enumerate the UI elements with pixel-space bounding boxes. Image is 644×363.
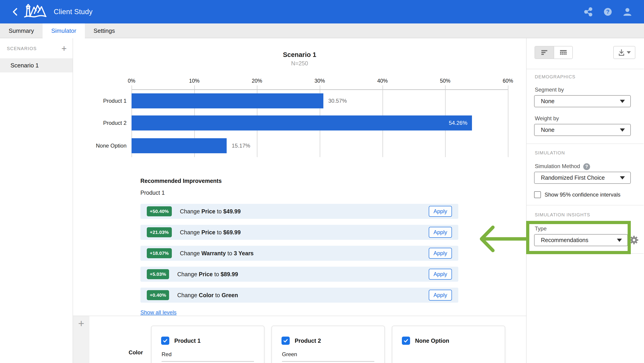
method-help-icon[interactable]: ?: [583, 163, 590, 170]
show-all-levels-link[interactable]: Show all levels: [140, 309, 176, 316]
scenarios-section-label: SCENARIOS: [7, 46, 37, 51]
help-icon: ?: [602, 7, 613, 17]
chart-view-button[interactable]: [535, 47, 554, 59]
back-button[interactable]: [10, 7, 20, 17]
tab-settings[interactable]: Settings: [85, 24, 124, 38]
tab-bar: Summary Simulator Settings: [0, 24, 644, 38]
simulation-insights-header: SIMULATION INSIGHTS: [535, 212, 590, 217]
panel-divider: [526, 253, 644, 254]
check-icon: [162, 338, 168, 344]
product-card-2: Product 2 Green: [272, 326, 385, 363]
recommendation-text: ChangePriceto$49.99: [180, 208, 242, 215]
segment-by-value: None: [541, 98, 554, 105]
svg-text:?: ?: [606, 9, 610, 15]
bar-product-1: [132, 93, 323, 108]
sidebar-item-scenario-1[interactable]: Scenario 1: [0, 58, 72, 72]
apply-button[interactable]: Apply: [429, 206, 452, 217]
download-button[interactable]: [613, 46, 635, 59]
recommendation-text: ChangePriceto$89.99: [177, 271, 240, 278]
apply-button[interactable]: Apply: [429, 227, 452, 238]
check-icon: [283, 338, 288, 344]
app-header: Client Study ?: [0, 0, 644, 24]
axis-line: [132, 89, 508, 90]
download-icon: [618, 49, 625, 56]
view-toggle: [534, 46, 573, 59]
apply-button[interactable]: Apply: [429, 269, 452, 280]
lift-badge: +50.40%: [147, 206, 172, 216]
color-value-product-2[interactable]: Green: [282, 351, 384, 357]
bar-value-label: 54.26%: [449, 120, 467, 126]
recommendations-title: Recommended Improvements: [140, 178, 222, 184]
tab-summary[interactable]: Summary: [0, 24, 42, 38]
person-icon: [622, 7, 632, 17]
recommendation-row: +18.07% ChangeWarrantyto3 Years Apply: [140, 246, 458, 261]
bar-value-label: 30.57%: [328, 98, 347, 104]
x-axis-tick: 60%: [503, 78, 513, 84]
type-label: Type: [535, 225, 546, 232]
check-icon: [403, 338, 409, 344]
x-axis-tick: 10%: [189, 78, 200, 84]
add-product-button[interactable]: +: [78, 317, 84, 329]
simulation-method-label: Simulation Method?: [535, 163, 590, 170]
recommendation-text: ChangeWarrantyto3 Years: [180, 250, 255, 257]
tab-simulator[interactable]: Simulator: [42, 24, 85, 39]
help-button[interactable]: ?: [602, 7, 613, 17]
panel-divider: [526, 69, 644, 69]
simulation-method-text: Simulation Method: [535, 163, 580, 169]
add-product-column: +: [73, 316, 90, 363]
lift-badge: +21.03%: [147, 227, 172, 237]
settings-panel: DEMOGRAPHICS Segment by None Weight by N…: [526, 38, 644, 363]
lift-badge: +5.03%: [147, 269, 169, 279]
apply-button[interactable]: Apply: [429, 290, 452, 301]
recommendation-row: +50.40% ChangePriceto$49.99 Apply: [140, 204, 458, 219]
simulator-main: Scenario 1 N=250 Product 1 Product 2 Non…: [73, 38, 526, 363]
chevron-left-icon: [11, 7, 19, 17]
recommendation-row: +0.40% ChangeColortoGreen Apply: [140, 288, 458, 303]
x-axis-tick: 40%: [377, 78, 388, 84]
bar-row-none-option: 15.17%: [132, 138, 508, 153]
attribute-row-label: Color: [105, 349, 143, 356]
weight-by-select[interactable]: None: [534, 124, 631, 136]
product-card-none: None Option: [392, 326, 505, 363]
table-icon: [559, 48, 568, 57]
lift-badge: +18.07%: [147, 248, 172, 258]
gear-icon[interactable]: [629, 235, 639, 245]
weight-by-value: None: [541, 127, 554, 133]
recommendation-text: ChangeColortoGreen: [177, 292, 240, 298]
product-card-title: Product 2: [295, 337, 321, 344]
account-button[interactable]: [622, 7, 632, 17]
insight-type-select[interactable]: Recommendations: [534, 234, 628, 246]
x-axis-tick: 30%: [314, 78, 325, 84]
simulation-method-select[interactable]: Randomized First Choice: [534, 172, 631, 184]
recommendation-text: ChangePriceto$69.99: [180, 229, 242, 236]
segment-by-label: Segment by: [535, 87, 564, 93]
product-card-title: None Option: [415, 337, 449, 344]
chart-title: Scenario 1: [73, 51, 526, 59]
color-value-product-1[interactable]: Red: [162, 351, 264, 357]
confidence-interval-checkbox[interactable]: [534, 191, 541, 198]
download-caret-icon: [627, 51, 631, 54]
annotation-arrow-icon: [477, 222, 526, 256]
table-view-button[interactable]: [554, 47, 572, 59]
bar-row-product-2: 54.26%: [132, 116, 508, 131]
lift-badge: +0.40%: [147, 290, 169, 300]
product-2-checkbox[interactable]: [282, 336, 290, 345]
product-card-title: Product 1: [174, 337, 200, 344]
panel-divider: [526, 205, 644, 205]
bar-none-option: [132, 138, 227, 153]
share-button[interactable]: [583, 7, 594, 17]
add-scenario-button[interactable]: +: [62, 45, 67, 52]
bar-category-label: None Option: [73, 138, 126, 153]
confidence-interval-row: Show 95% confidence intervals: [534, 191, 620, 198]
chevron-down-icon: [620, 128, 625, 132]
apply-button[interactable]: Apply: [429, 248, 452, 259]
panel-divider: [526, 143, 644, 144]
app-logo-icon: [23, 3, 48, 21]
recommendation-row: +5.03% ChangePriceto$89.99 Apply: [140, 267, 458, 282]
segment-by-select[interactable]: None: [534, 95, 631, 107]
none-option-checkbox[interactable]: [402, 336, 410, 345]
bar-chart-icon: [540, 48, 549, 57]
product-1-checkbox[interactable]: [161, 336, 169, 345]
chevron-down-icon: [620, 176, 625, 179]
input-underline: [162, 361, 254, 362]
